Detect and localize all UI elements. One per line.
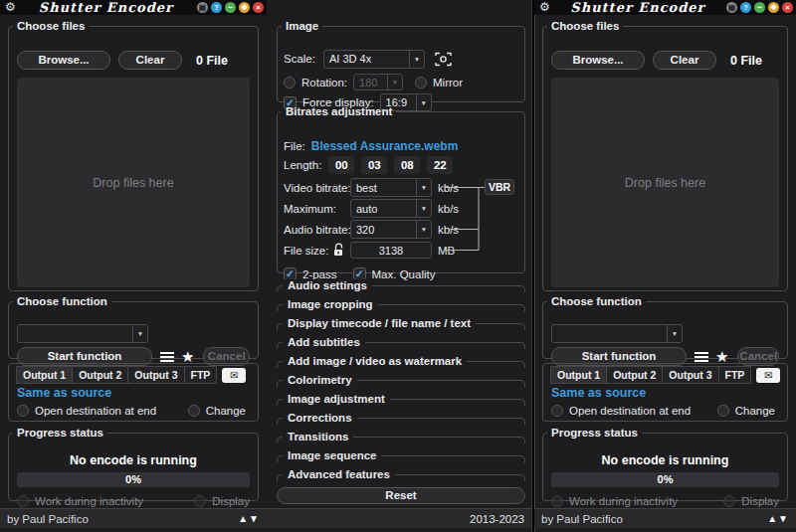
choose-function-legend: Choose function: [547, 295, 646, 307]
help-button[interactable]: ?: [211, 2, 222, 13]
settings-gear-icon[interactable]: ⚙: [539, 0, 550, 15]
maximum-select[interactable]: auto ▼: [350, 199, 432, 218]
mail-icon[interactable]: ✉: [756, 368, 780, 383]
open-destination-radio[interactable]: [17, 405, 29, 417]
arrow-down-icon[interactable]: ▼: [249, 513, 260, 524]
scale-value: AI 3D 4x: [324, 53, 409, 65]
chevron-down-icon[interactable]: ▼: [416, 221, 431, 238]
chevron-down-icon[interactable]: ▼: [416, 200, 431, 217]
close-button[interactable]: ×: [782, 2, 793, 13]
file-count: 0 File: [196, 54, 228, 68]
credit-text: by Paul Pacifico: [7, 513, 89, 525]
length-hours[interactable]: 00: [328, 156, 354, 174]
chevron-down-icon[interactable]: ▼: [409, 51, 424, 68]
file-size-input[interactable]: [350, 242, 432, 259]
destination-path[interactable]: Same as source: [551, 386, 646, 400]
queue-menu-icon[interactable]: [160, 352, 174, 362]
audio-bitrate-select[interactable]: 320 ▼: [350, 220, 432, 239]
length-seconds[interactable]: 08: [394, 156, 420, 174]
rotation-radio[interactable]: [284, 77, 296, 89]
section-image-adjustment[interactable]: Image adjustment: [277, 391, 525, 410]
destination-path[interactable]: Same as source: [17, 386, 111, 400]
arrow-down-icon[interactable]: ▼: [778, 513, 789, 524]
file-drop-zone[interactable]: Drop files here: [551, 78, 779, 287]
function-select[interactable]: ▼: [17, 324, 148, 343]
work-during-inactivity-checkbox[interactable]: [551, 495, 563, 507]
scale-select[interactable]: AI 3D 4x ▼: [323, 50, 425, 69]
clear-button[interactable]: Clear: [118, 51, 182, 70]
browse-button[interactable]: Browse...: [17, 51, 110, 70]
chevron-down-icon[interactable]: ▼: [416, 179, 431, 196]
length-frames[interactable]: 22: [427, 156, 453, 174]
queue-menu-icon[interactable]: [695, 352, 708, 362]
length-minutes[interactable]: 03: [361, 156, 387, 174]
preview-capture-icon[interactable]: [435, 52, 452, 67]
settings-gear-icon[interactable]: ⚙: [5, 0, 16, 15]
status-bar: by Paul Pacifico ▲▼: [0, 508, 267, 528]
fullscreen-button[interactable]: ❖: [239, 2, 250, 13]
chevron-down-icon[interactable]: ▼: [667, 325, 682, 342]
section-corrections[interactable]: Corrections: [277, 410, 525, 429]
drop-hint: Drop files here: [93, 176, 173, 190]
choose-files-group: Choose files Browse... Clear 0 File Drop…: [542, 20, 788, 291]
work-during-inactivity-checkbox[interactable]: [17, 495, 29, 507]
work-during-inactivity-label: Work during inactivity: [35, 495, 143, 507]
function-select[interactable]: ▼: [551, 324, 683, 343]
progress-status-legend: Progress status: [13, 427, 107, 439]
titlebar[interactable]: ⚙ Shutter Encoder ▣ ? − ❖ ×: [0, 0, 267, 15]
titlebar[interactable]: ⚙ Shutter Encoder ▣ ? − ❖ ×: [534, 0, 796, 15]
arrow-up-icon[interactable]: ▲: [767, 513, 778, 524]
browse-button[interactable]: Browse...: [551, 51, 645, 70]
tab-output-2[interactable]: Output 2: [606, 366, 663, 384]
section-colorimetry[interactable]: Colorimetry: [277, 372, 525, 391]
tab-ftp[interactable]: FTP: [718, 366, 752, 384]
clear-button[interactable]: Clear: [653, 51, 716, 70]
display-button[interactable]: ▣: [197, 2, 208, 13]
mail-icon[interactable]: ✉: [222, 368, 246, 383]
video-bitrate-select[interactable]: best ▼: [350, 178, 432, 197]
help-button[interactable]: ?: [740, 2, 751, 13]
tab-output-1[interactable]: Output 1: [550, 366, 607, 384]
maximum-label: Maximum:: [284, 203, 350, 215]
change-destination-radio[interactable]: [188, 405, 200, 417]
display-checkbox[interactable]: [194, 495, 206, 507]
vbr-badge[interactable]: VBR: [485, 179, 514, 195]
fullscreen-button[interactable]: ❖: [768, 2, 779, 13]
display-button[interactable]: ▣: [726, 2, 737, 13]
section-transitions[interactable]: Transitions: [277, 429, 525, 447]
reset-button[interactable]: Reset: [277, 487, 525, 504]
minimize-button[interactable]: −: [754, 2, 765, 13]
resize-arrows[interactable]: ▲▼: [238, 513, 260, 524]
display-checkbox[interactable]: [723, 495, 735, 507]
lock-open-icon[interactable]: [331, 243, 346, 258]
display-label: Display: [741, 495, 779, 507]
tab-ftp[interactable]: FTP: [184, 366, 218, 384]
file-drop-zone[interactable]: Drop files here: [17, 78, 250, 287]
close-button[interactable]: ×: [253, 2, 264, 13]
app-logo: Shutter Encoder: [18, 0, 194, 15]
arrow-up-icon[interactable]: ▲: [238, 513, 249, 524]
section-add-subtitles[interactable]: Add subtitles: [277, 334, 525, 353]
progress-status-group: Progress status No encode is running 0% …: [8, 427, 259, 501]
tab-output-2[interactable]: Output 2: [72, 366, 128, 384]
minimize-button[interactable]: −: [225, 2, 236, 13]
mirror-radio[interactable]: [415, 77, 427, 89]
settings-panel: Image Scale: AI 3D 4x ▼ Rotation:: [267, 0, 532, 532]
section-audio-settings[interactable]: Audio settings: [277, 277, 525, 296]
credit-text: by Paul Pacifico: [541, 513, 623, 525]
tab-output-3[interactable]: Output 3: [662, 366, 718, 384]
section-add-watermark[interactable]: Add image / video as watermark: [277, 353, 525, 372]
section-image-sequence[interactable]: Image sequence: [277, 447, 525, 466]
change-destination-radio[interactable]: [717, 405, 729, 417]
tab-output-1[interactable]: Output 1: [16, 366, 73, 384]
image-legend: Image: [282, 20, 322, 32]
tab-output-3[interactable]: Output 3: [127, 366, 184, 384]
open-destination-label: Open destination at end: [35, 405, 156, 417]
resize-arrows[interactable]: ▲▼: [767, 513, 789, 524]
chevron-down-icon[interactable]: ▼: [132, 325, 147, 342]
rotation-select[interactable]: 180 ▼: [353, 74, 403, 90]
section-display-timecode[interactable]: Display timecode / file name / text: [277, 315, 525, 334]
section-advanced-features[interactable]: Advanced features: [277, 466, 525, 485]
section-image-cropping[interactable]: Image cropping: [277, 296, 525, 315]
open-destination-radio[interactable]: [551, 405, 563, 417]
